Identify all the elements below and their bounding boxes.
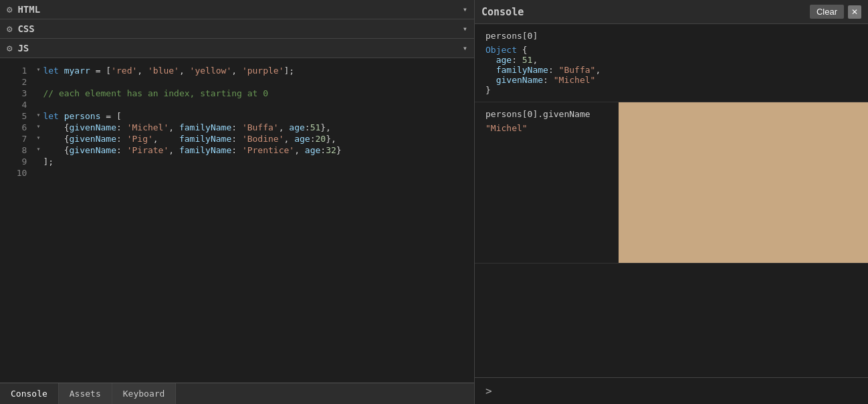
code-line-9: 9 ]; bbox=[0, 156, 474, 167]
video-feed: 09 33 03838 Summarie 0303835 bbox=[619, 102, 868, 264]
close-icon: ✕ bbox=[851, 7, 858, 17]
svg-text:0303835: 0303835 bbox=[632, 207, 657, 214]
tab-keyboard[interactable]: Keyboard bbox=[112, 383, 177, 404]
svg-text:03838: 03838 bbox=[632, 136, 652, 144]
console-title: Console bbox=[481, 6, 524, 18]
clear-button[interactable]: Clear bbox=[810, 5, 844, 19]
tab-assets[interactable]: Assets bbox=[59, 383, 112, 404]
html-gear-icon: ⚙ bbox=[7, 4, 12, 15]
svg-point-10 bbox=[836, 122, 868, 189]
console-output: persons[0] Object { age: 51, familyName:… bbox=[475, 24, 868, 377]
bottom-tabs: Console Assets Keyboard bbox=[0, 383, 474, 404]
svg-rect-1 bbox=[619, 102, 868, 263]
svg-text:09 33: 09 33 bbox=[632, 122, 654, 131]
code-line-8: 8 ▾ {givenName: 'Pirate', familyName: 'P… bbox=[0, 144, 474, 156]
svg-point-11 bbox=[835, 124, 868, 158]
svg-text:Summarie: Summarie bbox=[632, 197, 661, 204]
css-chevron-icon: ▾ bbox=[463, 24, 467, 33]
code-area[interactable]: 1 ▾ let myarr = ['red', 'blue', 'yellow'… bbox=[0, 58, 474, 383]
tab-console[interactable]: Console bbox=[0, 383, 59, 404]
console-entry-2-section: persons[0].givenName "Michel" 09 33 bbox=[475, 102, 868, 264]
svg-rect-12 bbox=[846, 163, 863, 173]
js-label: JS bbox=[17, 43, 29, 54]
code-line-6: 6 ▾ {givenName: 'Michel', familyName: 'B… bbox=[0, 122, 474, 133]
console-entry-2: persons[0].givenName "Michel" bbox=[475, 102, 619, 264]
editor-panel: ⚙ HTML ▾ ⚙ CSS ▾ ⚙ JS ▾ 1 ▾ let bbox=[0, 0, 475, 404]
code-line-2: 2 bbox=[0, 76, 474, 88]
code-lines: 1 ▾ let myarr = ['red', 'blue', 'yellow'… bbox=[0, 65, 474, 179]
console-result-1: Object { age: 51, familyName: "Buffa", g… bbox=[485, 45, 857, 95]
video-svg: 09 33 03838 Summarie 0303835 bbox=[619, 102, 868, 263]
code-line-4: 4 bbox=[0, 99, 474, 110]
close-button[interactable]: ✕ bbox=[848, 5, 861, 19]
html-chevron-icon: ▾ bbox=[463, 5, 467, 14]
console-entry-1: persons[0] Object { age: 51, familyName:… bbox=[475, 24, 868, 102]
css-gear-icon: ⚙ bbox=[7, 23, 12, 34]
code-line-3: 3 // each element has an index, starting… bbox=[0, 88, 474, 99]
js-gear-icon: ⚙ bbox=[7, 43, 12, 54]
code-line-5: 5 ▾ let persons = [ bbox=[0, 110, 474, 122]
html-label: HTML bbox=[17, 4, 40, 15]
js-section-header[interactable]: ⚙ JS ▾ bbox=[0, 39, 474, 58]
console-command-2: persons[0].givenName bbox=[485, 109, 608, 119]
code-line-7: 7 ▾ {givenName: 'Pig', familyName: 'Bodi… bbox=[0, 133, 474, 144]
js-chevron-icon: ▾ bbox=[463, 43, 467, 53]
console-header: Console Clear ✕ bbox=[475, 0, 868, 24]
console-input-area[interactable]: > bbox=[475, 377, 868, 404]
svg-rect-16 bbox=[856, 186, 868, 206]
console-result-2: "Michel" bbox=[485, 123, 608, 133]
code-line-10: 10 bbox=[0, 167, 474, 179]
svg-rect-2 bbox=[625, 109, 792, 243]
video-frame: 09 33 03838 Summarie 0303835 bbox=[619, 102, 868, 263]
console-panel: Console Clear ✕ persons[0] Object { age:… bbox=[475, 0, 868, 404]
console-input[interactable] bbox=[498, 386, 857, 396]
html-section-header[interactable]: ⚙ HTML ▾ bbox=[0, 0, 474, 19]
console-command-1: persons[0] bbox=[485, 31, 857, 41]
css-section-header[interactable]: ⚙ CSS ▾ bbox=[0, 19, 474, 39]
code-line-1: 1 ▾ let myarr = ['red', 'blue', 'yellow'… bbox=[0, 65, 474, 76]
console-prompt: > bbox=[485, 385, 492, 397]
svg-point-15 bbox=[806, 196, 868, 263]
svg-rect-0 bbox=[619, 102, 868, 263]
console-header-actions: Clear ✕ bbox=[810, 5, 861, 19]
css-label: CSS bbox=[17, 23, 34, 34]
js-section: ⚙ JS ▾ 1 ▾ let myarr = ['red', 'blue', '… bbox=[0, 39, 474, 383]
